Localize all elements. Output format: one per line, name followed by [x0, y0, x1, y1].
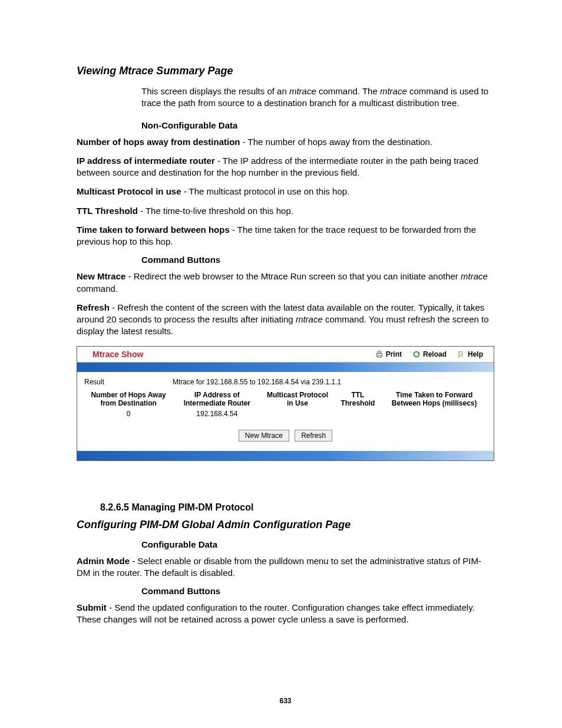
field-label: IP address of intermediate router [77, 156, 215, 166]
non-configurable-heading: Non-Configurable Data [141, 120, 494, 130]
refresh-button[interactable]: Refresh [295, 430, 332, 442]
print-button[interactable]: Print [375, 350, 402, 358]
section2-field-list: Admin Mode - Select enable or disable fr… [77, 555, 494, 579]
mtrace-table: Number of Hops Away from Destination IP … [84, 390, 487, 419]
cmd-item: New Mtrace - Redirect the web browser to… [77, 271, 494, 295]
print-icon [375, 350, 384, 358]
field-item: Admin Mode - Select enable or disable fr… [77, 555, 494, 579]
command-buttons-heading-2: Command Buttons [141, 586, 494, 596]
col-proto: Multicast Protocol in Use [262, 390, 334, 409]
field-label: Multicast Protocol in use [77, 186, 181, 196]
new-mtrace-button[interactable]: New Mtrace [239, 430, 289, 442]
panel-bottom-bar [77, 451, 494, 460]
field-text: - The number of hops away from the desti… [240, 137, 433, 147]
col-ip: IP Address of Intermediate Router [173, 390, 261, 409]
cell-proto [262, 409, 334, 419]
col-time: Time Taken to Forward Between Hops (mill… [382, 390, 487, 409]
mtrace-tbody: 0 192.168.4.54 [84, 409, 487, 419]
cmd-label: Refresh [77, 302, 110, 312]
section1-title: Viewing Mtrace Summary Page [77, 65, 494, 77]
cmd-label: Submit [77, 602, 107, 612]
cmd-item: Submit - Send the updated configuration … [77, 602, 494, 626]
panel-title: Mtrace Show [77, 350, 375, 359]
section1-intro: This screen displays the results of an m… [141, 85, 494, 110]
configurable-data-heading: Configurable Data [141, 539, 494, 549]
field-text: - The time-to-live threshold on this hop… [138, 206, 293, 216]
field-text: - The multicast protocol in use on this … [181, 186, 350, 196]
field-label: Admin Mode [77, 556, 130, 566]
section-number-heading: 8.2.6.5 Managing PIM-DM Protocol [100, 502, 494, 513]
field-item: TTL Threshold - The time-to-live thresho… [77, 205, 494, 217]
section1-cmd-list: New Mtrace - Redirect the web browser to… [77, 271, 494, 337]
field-item: Multicast Protocol in use - The multicas… [77, 186, 494, 197]
reload-button[interactable]: Reload [412, 350, 447, 358]
reload-label: Reload [423, 350, 447, 358]
field-item: IP address of intermediate router - The … [77, 155, 494, 179]
result-value: Mtrace for 192.168.8.55 to 192.168.4.54 … [173, 378, 341, 386]
cell-time [382, 409, 487, 419]
reload-icon [412, 350, 421, 358]
field-label: TTL Threshold [77, 206, 138, 216]
cell-ip: 192.168.4.54 [173, 409, 261, 419]
cmd-text: - Refresh the content of the screen with… [77, 302, 489, 337]
table-row: 0 192.168.4.54 [84, 409, 487, 419]
print-label: Print [386, 350, 402, 358]
cell-ttl [333, 409, 382, 419]
field-text: - Select enable or disable from the pull… [77, 556, 481, 578]
cmd-text: - Send the updated configuration to the … [77, 602, 475, 624]
section2-title: Configuring PIM-DM Global Admin Configur… [77, 519, 494, 531]
field-item: Number of hops away from destination - T… [77, 136, 494, 148]
help-label: Help [468, 350, 483, 358]
help-icon [457, 350, 465, 358]
page-number: 633 [77, 697, 494, 705]
result-label: Result [84, 378, 173, 386]
svg-rect-2 [378, 355, 381, 357]
panel-top-bar [77, 363, 494, 372]
mtrace-show-panel: Mtrace Show Print Reload Help Result [77, 346, 494, 461]
col-ttl: TTL Threshold [333, 390, 382, 409]
cell-hops: 0 [84, 409, 173, 419]
field-item: Time taken to forward between hops - The… [77, 224, 494, 248]
command-buttons-heading-1: Command Buttons [141, 255, 494, 265]
col-hops: Number of Hops Away from Destination [84, 390, 173, 409]
section1-field-list: Number of hops away from destination - T… [77, 136, 494, 248]
cmd-text: - Redirect the web browser to the Mtrace… [77, 271, 488, 293]
cmd-label: New Mtrace [77, 271, 125, 281]
section2-cmd-list: Submit - Send the updated configuration … [77, 602, 494, 626]
help-button[interactable]: Help [457, 350, 483, 358]
svg-rect-1 [378, 351, 381, 353]
field-label: Time taken to forward between hops [77, 225, 230, 235]
cmd-item: Refresh - Refresh the content of the scr… [77, 302, 494, 338]
field-label: Number of hops away from destination [77, 137, 240, 147]
